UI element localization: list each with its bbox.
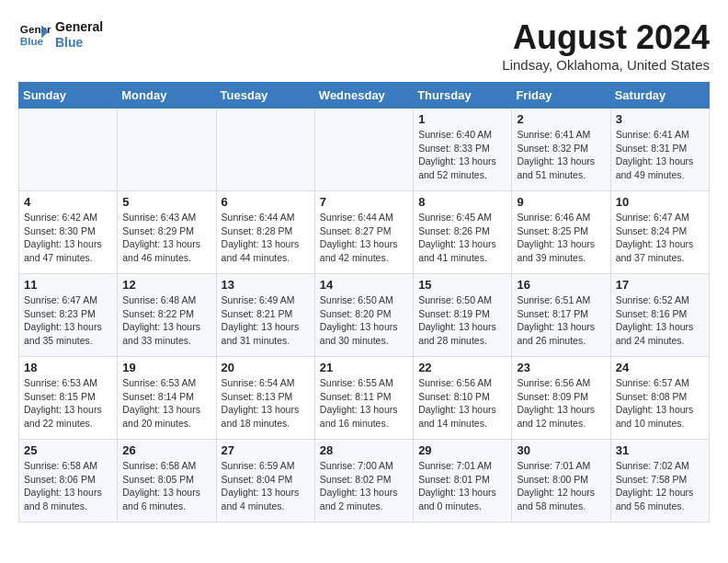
day-number: 5: [122, 195, 210, 209]
calendar-cell: 6Sunrise: 6:44 AM Sunset: 8:28 PM Daylig…: [216, 191, 314, 274]
calendar-cell: 1Sunrise: 6:40 AM Sunset: 8:33 PM Daylig…: [414, 109, 512, 191]
day-number: 6: [222, 195, 310, 209]
day-detail: Sunrise: 6:44 AM Sunset: 8:27 PM Dayligh…: [320, 211, 408, 265]
header: General Blue General Blue August 2024 Li…: [18, 18, 710, 73]
day-detail: Sunrise: 6:59 AM Sunset: 8:04 PM Dayligh…: [222, 459, 310, 513]
calendar-cell: 12Sunrise: 6:48 AM Sunset: 8:22 PM Dayli…: [118, 274, 216, 357]
day-number: 12: [122, 278, 210, 292]
day-number: 19: [122, 361, 210, 374]
calendar-cell: 14Sunrise: 6:50 AM Sunset: 8:20 PM Dayli…: [314, 274, 413, 357]
calendar-header-saturday: Saturday: [610, 83, 709, 109]
calendar-cell: 27Sunrise: 6:59 AM Sunset: 8:04 PM Dayli…: [216, 440, 314, 523]
day-detail: Sunrise: 6:56 AM Sunset: 8:09 PM Dayligh…: [517, 376, 605, 431]
calendar-cell: 26Sunrise: 6:58 AM Sunset: 8:05 PM Dayli…: [118, 440, 216, 523]
day-detail: Sunrise: 7:01 AM Sunset: 8:00 PM Dayligh…: [517, 459, 605, 513]
day-number: 1: [418, 112, 506, 126]
calendar-cell: 23Sunrise: 6:56 AM Sunset: 8:09 PM Dayli…: [512, 357, 610, 440]
calendar-cell: 13Sunrise: 6:49 AM Sunset: 8:21 PM Dayli…: [216, 274, 314, 357]
day-number: 20: [222, 361, 310, 374]
day-number: 23: [517, 361, 605, 374]
calendar-week-3: 11Sunrise: 6:47 AM Sunset: 8:23 PM Dayli…: [19, 274, 710, 357]
day-detail: Sunrise: 6:50 AM Sunset: 8:19 PM Dayligh…: [418, 293, 506, 348]
day-detail: Sunrise: 7:02 AM Sunset: 7:58 PM Dayligh…: [616, 459, 704, 513]
calendar-cell: 25Sunrise: 6:58 AM Sunset: 8:06 PM Dayli…: [19, 440, 118, 523]
calendar-cell: 15Sunrise: 6:50 AM Sunset: 8:19 PM Dayli…: [414, 274, 512, 357]
day-detail: Sunrise: 6:57 AM Sunset: 8:08 PM Dayligh…: [616, 376, 704, 431]
calendar-cell: 20Sunrise: 6:54 AM Sunset: 8:13 PM Dayli…: [216, 357, 314, 440]
calendar-cell: 16Sunrise: 6:51 AM Sunset: 8:17 PM Dayli…: [512, 274, 610, 357]
calendar-cell: [216, 109, 314, 191]
day-number: 13: [222, 278, 310, 292]
day-detail: Sunrise: 6:48 AM Sunset: 8:22 PM Dayligh…: [122, 293, 210, 348]
day-detail: Sunrise: 6:47 AM Sunset: 8:24 PM Dayligh…: [616, 211, 704, 265]
day-number: 21: [320, 361, 408, 374]
day-number: 31: [616, 443, 704, 457]
day-detail: Sunrise: 6:52 AM Sunset: 8:16 PM Dayligh…: [616, 293, 704, 348]
calendar-cell: [19, 109, 118, 191]
logo: General Blue General Blue: [18, 18, 103, 52]
day-detail: Sunrise: 6:41 AM Sunset: 8:32 PM Dayligh…: [517, 128, 605, 182]
day-detail: Sunrise: 6:49 AM Sunset: 8:21 PM Dayligh…: [222, 293, 310, 348]
calendar-week-1: 1Sunrise: 6:40 AM Sunset: 8:33 PM Daylig…: [19, 109, 710, 191]
calendar-cell: 21Sunrise: 6:55 AM Sunset: 8:11 PM Dayli…: [314, 357, 413, 440]
calendar-cell: 5Sunrise: 6:43 AM Sunset: 8:29 PM Daylig…: [118, 191, 216, 274]
calendar-cell: 2Sunrise: 6:41 AM Sunset: 8:32 PM Daylig…: [512, 109, 610, 191]
day-detail: Sunrise: 6:50 AM Sunset: 8:20 PM Dayligh…: [320, 293, 408, 348]
calendar-cell: 19Sunrise: 6:53 AM Sunset: 8:14 PM Dayli…: [118, 357, 216, 440]
day-number: 18: [24, 361, 112, 374]
calendar-cell: 24Sunrise: 6:57 AM Sunset: 8:08 PM Dayli…: [610, 357, 709, 440]
day-number: 28: [320, 443, 408, 457]
calendar-cell: 10Sunrise: 6:47 AM Sunset: 8:24 PM Dayli…: [610, 191, 709, 274]
calendar-cell: 9Sunrise: 6:46 AM Sunset: 8:25 PM Daylig…: [512, 191, 610, 274]
day-detail: Sunrise: 6:53 AM Sunset: 8:15 PM Dayligh…: [24, 376, 112, 431]
day-detail: Sunrise: 6:54 AM Sunset: 8:13 PM Dayligh…: [222, 376, 310, 431]
calendar-cell: 29Sunrise: 7:01 AM Sunset: 8:01 PM Dayli…: [414, 440, 512, 523]
day-detail: Sunrise: 7:01 AM Sunset: 8:01 PM Dayligh…: [418, 459, 506, 513]
day-number: 10: [616, 195, 704, 209]
day-number: 14: [320, 278, 408, 292]
subtitle: Lindsay, Oklahoma, United States: [502, 57, 710, 73]
calendar-header-friday: Friday: [512, 83, 610, 109]
svg-text:Blue: Blue: [20, 35, 44, 47]
day-detail: Sunrise: 6:45 AM Sunset: 8:26 PM Dayligh…: [418, 211, 506, 265]
calendar-week-4: 18Sunrise: 6:53 AM Sunset: 8:15 PM Dayli…: [19, 357, 710, 440]
day-detail: Sunrise: 6:55 AM Sunset: 8:11 PM Dayligh…: [320, 376, 408, 431]
day-number: 25: [24, 443, 112, 457]
day-detail: Sunrise: 6:42 AM Sunset: 8:30 PM Dayligh…: [24, 211, 112, 265]
calendar-cell: 30Sunrise: 7:01 AM Sunset: 8:00 PM Dayli…: [512, 440, 610, 523]
day-detail: Sunrise: 7:00 AM Sunset: 8:02 PM Dayligh…: [320, 459, 408, 513]
calendar-header-wednesday: Wednesday: [314, 83, 413, 109]
calendar-cell: 11Sunrise: 6:47 AM Sunset: 8:23 PM Dayli…: [19, 274, 118, 357]
day-number: 27: [222, 443, 310, 457]
day-detail: Sunrise: 6:43 AM Sunset: 8:29 PM Dayligh…: [122, 211, 210, 265]
title-area: August 2024 Lindsay, Oklahoma, United St…: [502, 18, 710, 73]
logo-icon: General Blue: [18, 18, 51, 52]
day-number: 17: [616, 278, 704, 292]
day-detail: Sunrise: 6:44 AM Sunset: 8:28 PM Dayligh…: [222, 211, 310, 265]
day-number: 30: [517, 443, 605, 457]
calendar-header-row: SundayMondayTuesdayWednesdayThursdayFrid…: [19, 83, 710, 109]
day-detail: Sunrise: 6:47 AM Sunset: 8:23 PM Dayligh…: [24, 293, 112, 348]
day-number: 22: [418, 361, 506, 374]
calendar-cell: 31Sunrise: 7:02 AM Sunset: 7:58 PM Dayli…: [610, 440, 709, 523]
day-number: 26: [122, 443, 210, 457]
day-detail: Sunrise: 6:40 AM Sunset: 8:33 PM Dayligh…: [418, 128, 506, 182]
day-detail: Sunrise: 6:53 AM Sunset: 8:14 PM Dayligh…: [122, 376, 210, 431]
day-number: 11: [24, 278, 112, 292]
day-detail: Sunrise: 6:56 AM Sunset: 8:10 PM Dayligh…: [418, 376, 506, 431]
calendar-week-2: 4Sunrise: 6:42 AM Sunset: 8:30 PM Daylig…: [19, 191, 710, 274]
calendar-cell: 17Sunrise: 6:52 AM Sunset: 8:16 PM Dayli…: [610, 274, 709, 357]
day-detail: Sunrise: 6:41 AM Sunset: 8:31 PM Dayligh…: [616, 128, 704, 182]
calendar-cell: 28Sunrise: 7:00 AM Sunset: 8:02 PM Dayli…: [314, 440, 413, 523]
day-detail: Sunrise: 6:46 AM Sunset: 8:25 PM Dayligh…: [517, 211, 605, 265]
day-number: 9: [517, 195, 605, 209]
calendar-header-tuesday: Tuesday: [216, 83, 314, 109]
calendar-cell: 18Sunrise: 6:53 AM Sunset: 8:15 PM Dayli…: [19, 357, 118, 440]
logo-line1: General: [55, 19, 103, 35]
day-detail: Sunrise: 6:58 AM Sunset: 8:05 PM Dayligh…: [122, 459, 210, 513]
calendar-cell: [314, 109, 413, 191]
day-number: 7: [320, 195, 408, 209]
main-title: August 2024: [502, 18, 710, 57]
calendar-cell: 22Sunrise: 6:56 AM Sunset: 8:10 PM Dayli…: [414, 357, 512, 440]
calendar-cell: 7Sunrise: 6:44 AM Sunset: 8:27 PM Daylig…: [314, 191, 413, 274]
